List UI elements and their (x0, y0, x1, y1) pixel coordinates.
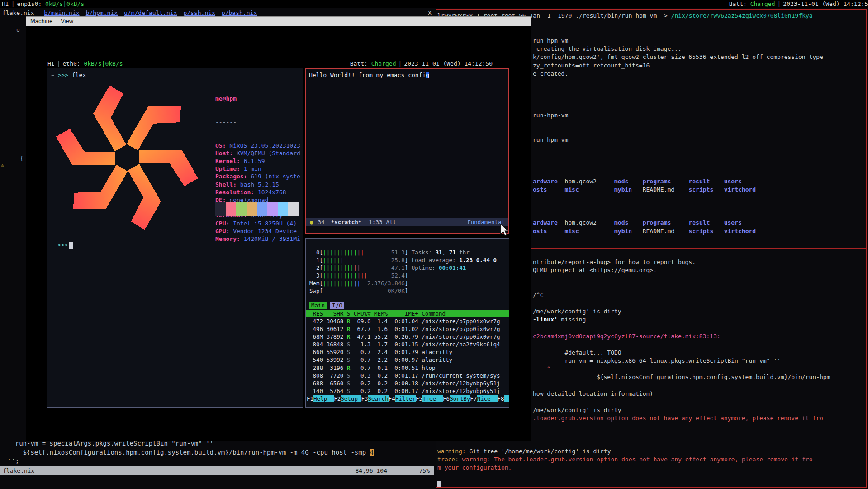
tab-list: b/main.nixb/hpm.nixu/m/default.nixp/ssh.… (38, 10, 257, 16)
emacs-buffer-text[interactable]: Hello World!! from my emacs config (309, 72, 429, 78)
fkey-f3[interactable]: F3Search (361, 395, 388, 402)
text-segment: creating the virtualisation disk image..… (533, 45, 682, 52)
htop-row[interactable]: 496 30612 R 67.7 1.6 0:01.02 /nix/store/… (306, 325, 509, 333)
text-segment: mybin (614, 228, 632, 235)
text-segment: ''; (0, 457, 19, 465)
menu-view[interactable]: View (57, 17, 77, 26)
htop-tab-io[interactable]: I/O (330, 302, 344, 309)
text-segment: 808 7720 (309, 372, 347, 379)
text-segment: ardware (533, 178, 558, 185)
text-segment: 47.1 (391, 264, 405, 271)
tab-u-m-default-nix[interactable]: u/m/default.nix (124, 10, 177, 16)
fkey-f8[interactable]: F8 (498, 395, 509, 402)
text-segment: Mem[ (309, 280, 323, 287)
text-segment: run-hpm-vm (533, 37, 568, 44)
htop-tabs: MainI/O (309, 302, 344, 309)
network-status: HI|enp1s0: 0kB/s|0kB/s (2, 0, 84, 8)
status-bar-outer: HI|enp1s0: 0kB/s|0kB/s Batt: Charged|202… (0, 0, 868, 8)
prompt-arrows: >>> (58, 72, 68, 78)
text-segment: 0.7 0.1 0:00.51 htop (350, 364, 435, 371)
htop-row[interactable]: 472 30468 R 69.0 1.4 0:01.04 /nix/store/… (306, 317, 509, 325)
tab-flake-nix[interactable]: flake.nix (2, 10, 34, 16)
modeline-scroll: All (386, 218, 396, 226)
htop-row[interactable]: 688 6560 S 0.2 0.2 0:00.18 /nix/store/12… (306, 379, 509, 387)
fkey-f6[interactable]: F6SortBy (443, 395, 470, 402)
tab-b-hpm-nix[interactable]: b/hpm.nix (86, 10, 118, 16)
vm-interface-name: eth0: (62, 60, 80, 67)
fetch-label: Host: (215, 150, 233, 157)
code-line: ''; (0, 457, 434, 466)
text-segment: .loader.grub.version option does not hav… (533, 415, 823, 422)
vm-battery-label: Batt: (350, 60, 368, 67)
htop-row[interactable]: 808 7720 S 0.3 0.2 0:01.17 /run/current-… (306, 372, 509, 379)
tab-p-ssh-nix[interactable]: p/ssh.nix (183, 10, 215, 16)
fkey-f2[interactable]: F2Setup (334, 395, 361, 402)
terminal-color-palette (215, 202, 301, 216)
text-segment: 69.0 1.4 0:01.04 /nix/store/p7pp0ix0wr7g (350, 318, 500, 325)
htop-row[interactable]: 68M 37892 R 47.1 55.2 0:26.79 /nix/store… (306, 333, 509, 340)
tab-b-main-nix[interactable]: b/main.nix (44, 10, 79, 16)
text-segment (628, 178, 642, 185)
emacs-cursor: g (426, 72, 429, 78)
palette-row (215, 209, 301, 216)
palette-swatch (215, 209, 226, 216)
separator: | (55, 60, 63, 67)
fetch-label: OS: (215, 142, 226, 149)
htop-meter: Swp[ 0K/0K] (309, 287, 497, 295)
statusline-filename: flake.nix (3, 466, 34, 475)
palette-swatch (236, 209, 247, 216)
shell-prompt: ~ >>> (51, 241, 73, 249)
htop-table-header[interactable]: RES SHR S CPU%▽ MEM% TIME+ Command (306, 310, 509, 317)
modeline-buffer-name: *scratch* (331, 218, 362, 226)
htop-row[interactable]: 660 55920 S 0.7 2.4 0:01.79 alacritty (306, 348, 509, 356)
fetch-entry: GPU: Vendor 1234 Device (215, 227, 300, 235)
htop-row[interactable]: 288 3196 R 0.7 0.1 0:00.51 htop (306, 364, 509, 372)
text-segment: /nix/store/rwv62az54zgiwcx0708li0n19fkya (671, 12, 813, 19)
tab-p-bash-nix[interactable]: p/bash.nix (222, 10, 257, 16)
text-segment: run-hpm-vm (533, 112, 568, 119)
text-segment: ||||||||| (323, 264, 354, 271)
emacs-modeline: ● 34 *scratch* 1:33 All Fundamental (306, 218, 508, 226)
qemu-window[interactable]: MachineView HI|eth0: 0kB/s|0kB/s Batt: C… (26, 16, 531, 441)
fkey-f5[interactable]: F5Tree (416, 395, 443, 402)
fkey-f7[interactable]: F7Nice (470, 395, 497, 402)
palette-swatch (226, 202, 236, 209)
text-segment: 71 (449, 249, 456, 256)
text-segment (713, 186, 724, 193)
fetch-label: Uptime: (215, 165, 240, 172)
text-segment: 0.2 0.2 0:00.17 /nix/store/12bynbp6y51j (350, 388, 500, 394)
modeline-position: 1:33 (369, 218, 382, 226)
vm-display[interactable]: HI|eth0: 0kB/s|0kB/s Batt: Charged|2023-… (47, 60, 510, 408)
separator: | (775, 0, 783, 7)
text-segment: 540 53992 (309, 356, 347, 363)
htop-process-list: 472 30468 R 69.0 1.4 0:01.04 /nix/store/… (306, 317, 509, 395)
htop-row[interactable]: 140 5764 S 0.2 0.2 0:00.17 /nix/store/12… (306, 387, 509, 395)
fkey-f1[interactable]: F1Help (307, 395, 334, 402)
text-segment: 660 55920 (309, 349, 347, 355)
text-segment (713, 228, 724, 235)
text-segment (671, 178, 688, 185)
fetch-entry: Shell: bash 5.2.15 (215, 181, 300, 188)
text-segment: run-hpm-vm (533, 136, 568, 143)
text-segment: how detailed location information) (533, 390, 653, 397)
terminal-pane-fastfetch[interactable]: ~ >>> flex (47, 68, 303, 408)
text-segment: SortBy (450, 395, 470, 402)
fetch-value: 619 (nix-syste (251, 173, 300, 180)
modeline-info: 34 (318, 218, 325, 226)
vim-buffer[interactable]: run-vm = specialArgs.pkgs.writeScriptBin… (0, 439, 434, 466)
htop-tab-main[interactable]: Main (309, 302, 327, 309)
text-segment (632, 228, 642, 235)
palette-swatch (288, 202, 299, 209)
htop-row[interactable]: 804 36848 S 1.3 1.7 0:01.15 /nix/store/h… (306, 340, 509, 348)
htop-row[interactable]: 540 53992 S 0.7 2.2 0:00.97 alacritty (306, 356, 509, 364)
fkey-f4[interactable]: F4Filter (389, 395, 416, 402)
text-segment: 1.23 0.44 0 (459, 257, 497, 264)
separator: | (9, 0, 17, 7)
fetch-entry: Uptime: 1 min (215, 165, 300, 173)
emacs-window[interactable]: Hello World!! from my emacs config ● 34 … (305, 68, 509, 234)
menu-machine[interactable]: Machine (26, 17, 57, 26)
htop-pane[interactable]: 0[|||||||||||| 51.3] Tasks: 31, 71 thr 1… (305, 238, 509, 408)
text-segment: ||| (357, 272, 367, 279)
text-segment: -linux' (533, 316, 558, 323)
battery-label: Batt: (729, 0, 747, 7)
